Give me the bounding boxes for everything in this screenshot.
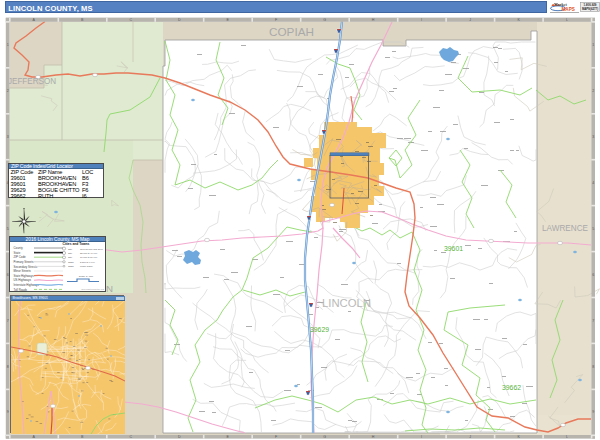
svg-text:D: D [178,435,181,439]
svg-text:6: 6 [592,273,594,277]
svg-text:5: 5 [7,227,9,231]
svg-text:Primary Streets: Primary Streets [14,260,34,264]
svg-text:9: 9 [592,410,594,414]
svg-text:2: 2 [592,89,594,93]
svg-text:Scale 1" Mile: Scale 1" Mile [79,275,94,278]
svg-text:H: H [372,18,375,22]
svg-text:39629: 39629 [310,326,329,333]
svg-text:City: City [68,252,73,255]
svg-text:25,000 to 49,999: 25,000 to 49,999 [80,252,98,255]
svg-text:5: 5 [592,227,594,231]
svg-text:10,000 to 24,999: 10,000 to 24,999 [80,257,98,260]
svg-text:G: G [323,18,326,22]
svg-text:7: 7 [592,319,594,323]
svg-text:C: C [129,435,132,439]
svg-text:Minor Streets: Minor Streets [14,269,32,273]
svg-text:I: I [421,435,422,439]
svg-text:39601: 39601 [444,245,463,252]
svg-text:1: 1 [7,43,9,47]
svg-text:Town: Town [68,261,74,264]
svg-text:G: G [323,435,326,439]
svg-text:Copyright MarketMAPS: Copyright MarketMAPS [81,288,104,290]
svg-text:2: 2 [7,89,9,93]
svg-text:Toll Roads: Toll Roads [14,288,28,292]
svg-text:County: County [14,246,24,250]
svg-text:MAPS(6277): MAPS(6277) [582,7,598,11]
svg-text:J: J [469,18,471,22]
svg-text:1: 1 [592,43,594,47]
svg-text:8: 8 [592,365,594,369]
svg-text:ZIP Code: ZIP Code [14,256,27,260]
svg-text:Cities and Towns: Cities and Towns [63,243,90,247]
svg-text:3: 3 [7,135,9,139]
svg-text:MAPS: MAPS [562,7,575,12]
svg-text:US Highways: US Highways [14,279,32,283]
svg-text:City: City [68,248,73,251]
svg-text:3: 3 [592,135,594,139]
svg-text:LINCOLN: LINCOLN [322,298,371,309]
svg-text:COPIAH: COPIAH [269,26,314,38]
svg-text:Under 2,500: Under 2,500 [80,265,93,268]
svg-text:I: I [421,18,422,22]
svg-text:8: 8 [7,365,9,369]
svg-text:Over 50,000 and Over: Over 50,000 and Over [80,248,103,251]
svg-text:State Highways: State Highways [14,274,35,278]
svg-text:C: C [129,18,132,22]
svg-text:9: 9 [7,410,9,414]
svg-text:4: 4 [592,181,594,185]
svg-text:39662: 39662 [502,384,521,391]
svg-text:JEFFERSON: JEFFERSON [8,75,56,86]
svg-text:2,500 to 9,999: 2,500 to 9,999 [80,261,95,264]
svg-text:L: L [566,18,568,22]
svg-text:H: H [372,435,375,439]
svg-text:City: City [68,257,73,260]
svg-text:State: State [14,251,21,255]
svg-text:7: 7 [7,319,9,323]
svg-text:Town: Town [68,265,74,268]
svg-text:J: J [469,435,471,439]
svg-text:LAWRENCE: LAWRENCE [542,222,588,233]
svg-text:D: D [178,18,181,22]
svg-text:L: L [566,435,568,439]
